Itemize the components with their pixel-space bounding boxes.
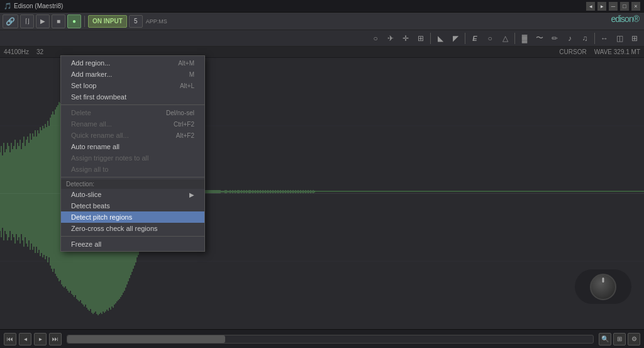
icon-plane[interactable]: ✈ xyxy=(384,32,397,45)
separator-1 xyxy=(84,16,85,27)
icon-arrows[interactable]: ↔ xyxy=(597,32,611,45)
menu-quick-rename-label: Quick rename all... xyxy=(71,132,129,139)
menu-detect-pitch-regions-label: Detect pitch regions xyxy=(71,213,132,221)
scrollbar-thumb[interactable] xyxy=(67,335,225,343)
appems-label: APP:MS xyxy=(146,18,167,25)
icon-grid2[interactable]: ⊞ xyxy=(628,32,641,45)
scrollbar-track[interactable] xyxy=(67,335,594,344)
menu-auto-rename[interactable]: Auto rename all xyxy=(61,141,204,152)
menu-assign-trigger-label: Assign trigger notes to all xyxy=(71,154,149,162)
menu-auto-slice-arrow: ▶ xyxy=(189,191,194,198)
skip-end-btn[interactable]: ⏭ xyxy=(49,333,62,345)
zoom-out-btn[interactable]: 🔍 xyxy=(599,333,611,345)
icon-tilde[interactable]: 〜 xyxy=(533,32,547,45)
link-btn[interactable]: 🔗 xyxy=(3,14,18,28)
icon-grid[interactable]: ⊞ xyxy=(414,32,428,45)
menu-auto-slice[interactable]: Auto-slice ▶ xyxy=(61,189,204,200)
main-toolbar: 🔗 ⌈⌋ ▶ ■ ● ON INPUT 5 APP:MS xyxy=(0,13,644,30)
loop-btn[interactable]: ⌈⌋ xyxy=(20,14,34,28)
menu-zero-cross[interactable]: Zero-cross check all regions xyxy=(61,223,204,234)
separator-2 xyxy=(61,177,204,177)
sep-icons4 xyxy=(594,33,595,44)
sep-icons3 xyxy=(514,33,515,44)
app-logo: edison® xyxy=(611,14,639,31)
menu-add-region-label: Add region... xyxy=(71,59,110,67)
title-bar-controls[interactable]: ◂ ▸ ─ □ × xyxy=(586,2,640,11)
minimize-btn[interactable]: ─ xyxy=(609,2,618,11)
menu-set-downbeat[interactable]: Set first downbeat xyxy=(61,91,204,103)
app-icon: 🎵 xyxy=(4,3,11,9)
toolbar-icons: ○ ✈ ✛ ⊞ ◣ ◤ E ○ △ ▓ 〜 ✏ ♪ ♫ ↔ ◫ ⊞ xyxy=(0,30,644,47)
menu-detect-beats-label: Detect beats xyxy=(71,202,110,210)
logo-sup: ® xyxy=(633,14,639,24)
separator-3 xyxy=(61,236,204,237)
menu-assign-all-label: Assign all to xyxy=(71,166,108,173)
maximize-btn[interactable]: □ xyxy=(620,2,629,11)
icon-circle[interactable]: ○ xyxy=(369,32,382,45)
menu-add-marker-label: Add marker... xyxy=(71,70,112,78)
level-display[interactable]: 5 xyxy=(129,15,143,28)
skip-start-btn[interactable]: ⏮ xyxy=(4,333,16,345)
icon-rect[interactable]: ◫ xyxy=(613,32,626,45)
menu-freeze-all-label: Freeze all xyxy=(71,240,101,248)
volume-knob[interactable] xyxy=(590,274,616,300)
menu-assign-all[interactable]: Assign all to xyxy=(61,164,204,175)
stop-btn[interactable]: ■ xyxy=(52,14,65,28)
samplerate: 44100Hz xyxy=(4,48,29,55)
record-btn[interactable]: ● xyxy=(67,14,81,28)
logo-text: edison xyxy=(611,14,633,24)
icon-wave2[interactable]: ◤ xyxy=(448,32,462,45)
icon-cross[interactable]: ✛ xyxy=(399,32,413,45)
bit-depth: 32 xyxy=(36,48,43,55)
menu-set-loop-shortcut: Alt+L xyxy=(180,82,194,89)
icon-bars[interactable]: ▓ xyxy=(518,32,531,45)
menu-delete-shortcut: Del/no-sel xyxy=(166,109,194,116)
icon-note2[interactable]: ♫ xyxy=(578,32,592,45)
menu-quick-rename[interactable]: Quick rename all... Alt+F2 xyxy=(61,130,204,141)
view-btn[interactable]: ⊞ xyxy=(613,333,626,345)
icon-note1[interactable]: ♪ xyxy=(563,32,577,45)
menu-add-marker[interactable]: Add marker... M xyxy=(61,69,204,80)
title-bar-left: 🎵 Edison (Maestri8) xyxy=(4,3,63,9)
menu-rename-all[interactable]: Rename all... Ctrl+F2 xyxy=(61,118,204,130)
menu-auto-rename-label: Auto rename all xyxy=(71,143,119,150)
icon-circle2[interactable]: ○ xyxy=(483,32,497,45)
menu-freeze-all[interactable]: Freeze all xyxy=(61,239,204,250)
menu-quick-rename-shortcut: Alt+F2 xyxy=(176,132,194,139)
menu-detect-pitch-regions[interactable]: Detect pitch regions xyxy=(61,211,204,223)
menu-auto-slice-label: Auto-slice xyxy=(71,191,101,198)
wave-info: WAVE 329.1 MT xyxy=(594,48,640,55)
sep-icons2 xyxy=(465,33,465,44)
menu-delete[interactable]: Delete Del/no-sel xyxy=(61,107,204,118)
prev-btn[interactable]: ◂ xyxy=(19,333,31,345)
title-bar: 🎵 Edison (Maestri8) ◂ ▸ ─ □ × xyxy=(0,0,644,13)
settings-btn2[interactable]: ⚙ xyxy=(628,333,640,345)
menu-set-downbeat-label: Set first downbeat xyxy=(71,93,126,101)
menu-rename-all-shortcut: Ctrl+F2 xyxy=(174,121,194,128)
nav-fwd-btn[interactable]: ▸ xyxy=(597,2,606,11)
separator-1 xyxy=(61,104,204,105)
detection-section-label: Detection: xyxy=(61,179,204,189)
menu-assign-trigger[interactable]: Assign trigger notes to all xyxy=(61,152,204,164)
sep-icons xyxy=(430,33,431,44)
menu-rename-all-label: Rename all... xyxy=(71,120,112,128)
app-title: Edison (Maestri8) xyxy=(14,3,63,9)
close-btn[interactable]: × xyxy=(631,2,640,11)
next-btn[interactable]: ▸ xyxy=(34,333,47,345)
menu-set-loop[interactable]: Set loop Alt+L xyxy=(61,80,204,91)
bottom-bar: ⏮ ◂ ▸ ⏭ 🔍 ⊞ ⚙ xyxy=(0,329,644,348)
context-menu: Add region... Alt+M Add marker... M Set … xyxy=(60,55,205,252)
icon-wave1[interactable]: ◣ xyxy=(433,32,447,45)
icon-e[interactable]: E xyxy=(468,32,482,45)
menu-delete-label: Delete xyxy=(71,109,91,116)
menu-add-region-shortcut: Alt+M xyxy=(178,60,194,67)
menu-add-region[interactable]: Add region... Alt+M xyxy=(61,57,204,69)
icon-pencil[interactable]: ✏ xyxy=(548,32,562,45)
menu-detect-beats[interactable]: Detect beats xyxy=(61,200,204,211)
volume-knob-area xyxy=(575,269,631,304)
play-btn[interactable]: ▶ xyxy=(36,14,50,28)
menu-zero-cross-label: Zero-cross check all regions xyxy=(71,225,158,232)
on-input-button[interactable]: ON INPUT xyxy=(88,15,127,28)
icon-triangle[interactable]: △ xyxy=(498,32,512,45)
nav-back-btn[interactable]: ◂ xyxy=(586,2,595,11)
